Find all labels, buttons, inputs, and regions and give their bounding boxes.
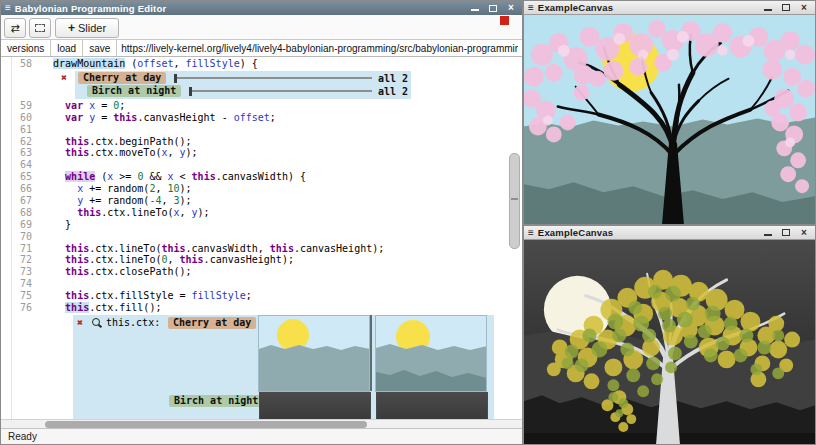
line-number: 70	[1, 231, 41, 243]
line-number: 75	[1, 290, 41, 302]
line-number: 74	[1, 278, 41, 290]
example-value: all 2	[378, 86, 408, 97]
code-line[interactable]: 60 var y = this.canvasHeight - offset;	[1, 112, 522, 124]
code-block: 58 drawMountain (offset, fillStyle) {	[1, 58, 522, 70]
file-bar: versions load save	[1, 40, 522, 57]
thumb-sun	[277, 319, 309, 351]
code-editor[interactable]: 58 drawMountain (offset, fillStyle) { ✖ …	[1, 57, 522, 419]
line-number: 68	[1, 207, 41, 219]
example-badge-birch[interactable]: Birch at night	[87, 85, 181, 97]
probe-badge-cherry[interactable]: Cherry at day	[168, 317, 256, 329]
hamburger-menu-icon[interactable]: ≡	[524, 1, 538, 15]
line-number: 66	[1, 183, 41, 195]
editor-toolbar: ⇄ + Slider	[1, 15, 522, 40]
code-line[interactable]: 71 this.ctx.lineTo(this.canvasWidth, thi…	[1, 243, 522, 255]
code-line[interactable]: 68 this.ctx.lineTo(x, y);	[1, 207, 522, 219]
example-row-cherry: Cherry at day all 2	[78, 72, 408, 85]
window-controls: ×	[763, 228, 815, 238]
code-block: 59 var x = 0;60 var y = this.canvasHeigh…	[1, 100, 522, 314]
close-icon[interactable]: ×	[799, 3, 809, 13]
vertical-scrollbar-thumb[interactable]	[509, 153, 520, 249]
swap-button[interactable]: ⇄	[4, 18, 26, 38]
cherry-day-canvas	[524, 15, 815, 224]
example-badge-cherry[interactable]: Cherry at day	[78, 72, 166, 84]
remove-example-icon[interactable]: ✖	[61, 72, 67, 83]
versions-button[interactable]: versions	[1, 40, 51, 56]
url-input[interactable]	[117, 40, 522, 56]
code-line[interactable]: 69 }	[1, 219, 522, 231]
code-line[interactable]: 64	[1, 159, 522, 171]
error-indicator-badge	[500, 16, 509, 25]
code-line[interactable]: 59 var x = 0;	[1, 100, 522, 112]
close-icon[interactable]: ×	[799, 228, 809, 238]
editor-titlebar[interactable]: ≡ Babylonian Programming Editor ×	[1, 1, 522, 15]
example-value: all 2	[378, 73, 408, 84]
probe-canvas-day-2	[375, 315, 487, 392]
code-line[interactable]: 61	[1, 124, 522, 136]
load-button[interactable]: load	[51, 40, 83, 56]
code-line[interactable]: 66 x += random(2, 10);	[1, 183, 522, 195]
probe-widget: ✖ this.ctx: Cherry at day Birch at night	[73, 315, 494, 419]
line-number: 72	[1, 254, 41, 266]
code-line[interactable]: 67 y += random(-4, 3);	[1, 195, 522, 207]
probe-expression: this.ctx:	[106, 317, 160, 328]
add-slider-button[interactable]: + Slider	[55, 18, 119, 38]
probe-canvas-divider	[370, 315, 372, 391]
example-row-birch: Birch at night all 2	[78, 85, 408, 98]
plus-icon: +	[68, 21, 75, 35]
canvas-window-title: ExampleCanvas	[538, 227, 613, 238]
maximize-icon[interactable]	[781, 3, 791, 13]
code-line[interactable]: 62 this.ctx.beginPath();	[1, 136, 522, 148]
minimize-icon[interactable]	[763, 3, 773, 13]
save-button[interactable]: save	[83, 40, 117, 56]
add-slider-label: Slider	[78, 22, 106, 34]
probe-badge-birch[interactable]: Birch at night	[169, 395, 263, 407]
line-number: 62	[1, 136, 41, 148]
line-number: 58	[1, 58, 41, 70]
canvas-titlebar[interactable]: ≡ ExampleCanvas ×	[524, 226, 815, 240]
code-line[interactable]: 76 this.ctx.fill();	[1, 302, 522, 314]
example-slider-cherry[interactable]	[174, 74, 372, 83]
minimize-icon[interactable]	[470, 3, 480, 13]
line-number: 71	[1, 243, 41, 255]
canvas-titlebar[interactable]: ≡ ExampleCanvas ×	[524, 1, 815, 15]
code-line[interactable]: 74	[1, 278, 522, 290]
example-canvas-window-night: ≡ ExampleCanvas ×	[523, 225, 816, 445]
code-line[interactable]: 58 drawMountain (offset, fillStyle) {	[1, 58, 522, 70]
code-line[interactable]: 65 while (x >= 0 && x < this.canvasWidth…	[1, 171, 522, 183]
horizontal-scrollbar[interactable]	[1, 419, 522, 428]
magnifier-icon	[92, 318, 100, 326]
example-slider-birch[interactable]	[189, 87, 372, 96]
code-line[interactable]: 70	[1, 231, 522, 243]
code-line[interactable]: 75 this.ctx.fillStyle = fillStyle;	[1, 290, 522, 302]
close-icon[interactable]: ×	[506, 3, 516, 13]
swap-arrows-icon: ⇄	[10, 22, 19, 35]
maximize-icon[interactable]	[488, 3, 498, 13]
status-text: Ready	[8, 431, 37, 442]
gutter-divider	[11, 57, 12, 419]
code-line[interactable]: 63 this.ctx.moveTo(x, y);	[1, 147, 522, 159]
hamburger-menu-icon[interactable]: ≡	[524, 226, 538, 240]
probe-canvas-night-1	[259, 392, 371, 419]
selection-button[interactable]	[29, 18, 51, 38]
probe-canvas-day-1	[258, 315, 370, 392]
example-canvas-window-day: ≡ ExampleCanvas ×	[523, 0, 816, 225]
remove-probe-icon[interactable]: ✖	[77, 317, 83, 328]
line-number: 64	[1, 159, 41, 171]
horizontal-scrollbar-thumb[interactable]	[45, 421, 367, 428]
line-number: 63	[1, 147, 41, 159]
code-line[interactable]: 72 this.ctx.lineTo(0, this.canvasHeight)…	[1, 254, 522, 266]
canvas-window-title: ExampleCanvas	[538, 2, 613, 13]
minimize-icon[interactable]	[763, 228, 773, 238]
hamburger-menu-icon[interactable]: ≡	[1, 1, 15, 15]
line-number: 73	[1, 266, 41, 278]
line-number: 65	[1, 171, 41, 183]
editor-window-title: Babylonian Programming Editor	[15, 3, 166, 14]
slider-track	[177, 77, 372, 79]
line-number: 69	[1, 219, 41, 231]
code-line[interactable]: 73 this.ctx.closePath();	[1, 266, 522, 278]
example-annotation-widget: ✖ Cherry at day all 2 Birch at night all…	[75, 71, 411, 99]
selection-icon	[35, 24, 45, 32]
maximize-icon[interactable]	[781, 228, 791, 238]
line-number: 67	[1, 195, 41, 207]
